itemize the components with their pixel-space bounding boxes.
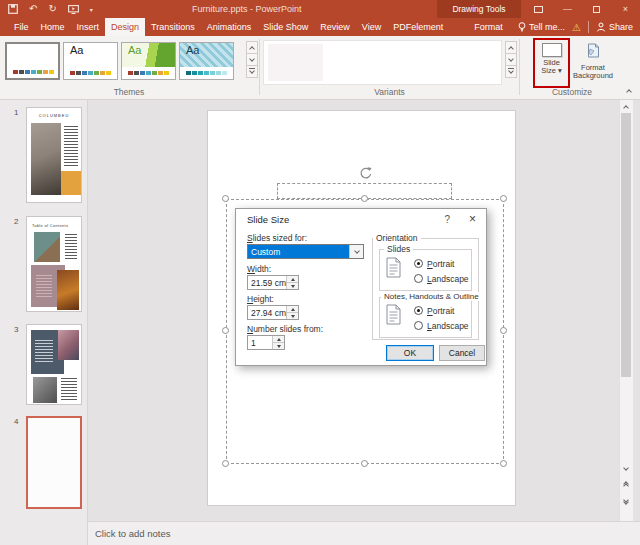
chevron-up-icon (623, 105, 629, 111)
resize-handle-bottom-right[interactable] (500, 460, 507, 467)
slide-thumbnail-2[interactable]: Table of Contents (26, 216, 82, 312)
width-spin-buttons (286, 276, 298, 289)
spin-down-icon (291, 315, 295, 318)
start-slideshow-icon[interactable] (68, 5, 79, 14)
tab-pdfelement[interactable]: PDFelement (387, 18, 449, 36)
theme-thumbnail-2[interactable]: Aa (63, 42, 118, 80)
theme-thumbnail-3[interactable]: Aa (121, 42, 176, 80)
tab-file[interactable]: File (8, 18, 35, 36)
width-value[interactable]: 21.59 cm (248, 276, 286, 289)
spin-up-button[interactable] (287, 276, 298, 283)
cancel-button[interactable]: Cancel (439, 345, 485, 361)
drawing-tools-context-label: Drawing Tools (437, 0, 521, 18)
spin-down-icon (277, 345, 281, 348)
ribbon-display-options-button[interactable] (524, 0, 553, 18)
tell-me-box[interactable]: Tell me... (518, 22, 565, 33)
portrait-document-icon (386, 257, 401, 278)
next-slide-button[interactable] (620, 495, 632, 507)
dropdown-arrow-button[interactable] (349, 245, 363, 258)
slides-landscape-radio[interactable] (414, 274, 423, 283)
number-slides-value[interactable]: 1 (248, 336, 272, 349)
spin-down-button[interactable] (287, 283, 298, 289)
tab-insert[interactable]: Insert (71, 18, 106, 36)
resize-handle-top-right[interactable] (500, 195, 507, 202)
variants-more-button[interactable] (505, 65, 517, 78)
dialog-close-button[interactable]: × (469, 212, 476, 226)
resize-handle-bottom-left[interactable] (222, 460, 229, 467)
slide-thumbnail-1[interactable]: COLUMBEU (26, 107, 82, 203)
format-background-button[interactable]: Format Background (572, 42, 614, 85)
text-lines (35, 340, 53, 362)
warning-icon[interactable]: ⚠ (572, 22, 581, 33)
slide-thumbnail-3[interactable] (26, 324, 82, 405)
resize-handle-middle-left[interactable] (222, 327, 229, 334)
person-icon (596, 22, 606, 32)
resize-handle-bottom-center[interactable] (361, 460, 368, 467)
maximize-button[interactable] (582, 0, 611, 18)
rotation-handle[interactable] (358, 165, 374, 181)
powerpoint-window: ↶ ↻ ▾ Furniture.ppts - PowerPoint Drawin… (0, 0, 640, 545)
tab-home[interactable]: Home (35, 18, 71, 36)
spin-down-button[interactable] (273, 343, 284, 349)
notes-pane[interactable]: Click to add notes (88, 521, 640, 545)
save-icon[interactable] (8, 4, 18, 14)
title-bar: ↶ ↻ ▾ Furniture.ppts - PowerPoint Drawin… (0, 0, 640, 18)
tab-review[interactable]: Review (314, 18, 356, 36)
maximize-icon (593, 6, 600, 13)
ribbon-display-options-icon (534, 6, 543, 13)
orange-block (61, 171, 82, 195)
format-background-icon (585, 43, 601, 58)
spin-up-icon (291, 278, 295, 281)
theme-color-dots (128, 71, 169, 75)
dialog-title: Slide Size (247, 214, 289, 225)
spin-down-button[interactable] (287, 313, 298, 319)
notes-portrait-label: Portrait (427, 306, 454, 316)
tab-design[interactable]: Design (105, 18, 145, 36)
spin-up-button[interactable] (287, 306, 298, 313)
spin-up-icon (277, 338, 281, 341)
themes-more-button[interactable] (246, 65, 258, 78)
tab-row-right: Tell me... ⚠ Share (518, 18, 640, 36)
height-value[interactable]: 27.94 cm (248, 306, 286, 319)
scroll-down-button[interactable] (620, 463, 632, 475)
gray-photo (33, 377, 57, 403)
slide-thumbnail-4-selected[interactable] (26, 416, 82, 509)
width-label: Width: (247, 264, 271, 274)
theme-thumbnail-office[interactable] (5, 42, 60, 80)
theme-thumbnail-4[interactable]: Aa (179, 42, 234, 80)
variant-thumbnail[interactable] (268, 44, 323, 81)
close-button[interactable]: × (611, 0, 640, 18)
tab-format[interactable]: Format (465, 18, 512, 36)
themes-group-label: Themes (0, 87, 258, 97)
resize-handle-top-center[interactable] (361, 195, 368, 202)
resize-handle-middle-right[interactable] (500, 327, 507, 334)
slides-sized-for-dropdown[interactable]: Custom (247, 244, 364, 259)
slide-number: 2 (14, 217, 18, 226)
scrollbar-thumb[interactable] (621, 113, 631, 377)
share-button[interactable]: Share (596, 22, 633, 32)
collapse-ribbon-button[interactable] (627, 88, 631, 94)
notes-landscape-radio[interactable] (414, 321, 423, 330)
ok-button[interactable]: OK (386, 345, 434, 361)
lightbulb-icon (518, 22, 526, 33)
theme-aa-sample: Aa (128, 44, 141, 56)
spin-up-button[interactable] (273, 336, 284, 343)
theme-aa-sample: Aa (70, 44, 83, 56)
previous-slide-button[interactable] (620, 479, 632, 491)
tab-view[interactable]: View (356, 18, 387, 36)
minimize-button[interactable]: — (553, 0, 582, 18)
height-spinner: 27.94 cm (247, 305, 299, 320)
slides-portrait-radio[interactable] (414, 259, 423, 268)
resize-handle-top-left[interactable] (222, 195, 229, 202)
scroll-up-button[interactable] (620, 101, 632, 113)
number-slides-spinner: 1 (247, 335, 285, 350)
text-lines (64, 126, 78, 166)
tab-transitions[interactable]: Transitions (145, 18, 201, 36)
tab-slide-show[interactable]: Slide Show (257, 18, 314, 36)
customize-qat-icon[interactable]: ▾ (90, 6, 93, 13)
tab-animations[interactable]: Animations (201, 18, 258, 36)
undo-icon[interactable]: ↶ (29, 4, 37, 14)
redo-icon[interactable]: ↻ (48, 4, 56, 14)
notes-portrait-radio[interactable] (414, 306, 423, 315)
dialog-help-button[interactable]: ? (444, 214, 450, 225)
